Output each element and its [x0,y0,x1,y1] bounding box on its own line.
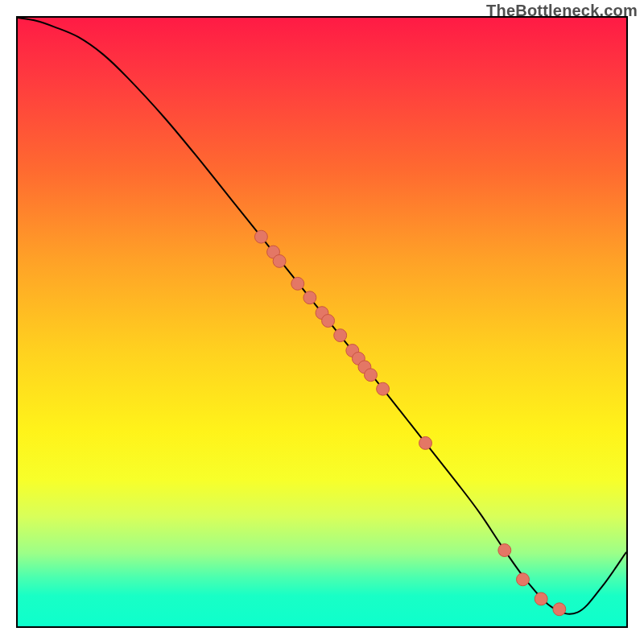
sample-marker [365,369,378,382]
chart-stage: TheBottleneck.com [0,0,644,644]
sample-marker [517,573,530,586]
sample-marker [254,230,267,243]
sample-marker [553,603,566,616]
sample-marker [334,329,347,342]
sample-marker [273,254,286,267]
chart-svg [18,18,626,626]
sample-marker [322,315,335,328]
sample-marker [419,436,432,449]
sample-marker [303,291,316,304]
sample-marker [291,277,304,290]
sample-marker [535,592,547,605]
plot-area [16,16,628,628]
sample-marker [498,544,511,557]
sample-marker [377,382,390,395]
